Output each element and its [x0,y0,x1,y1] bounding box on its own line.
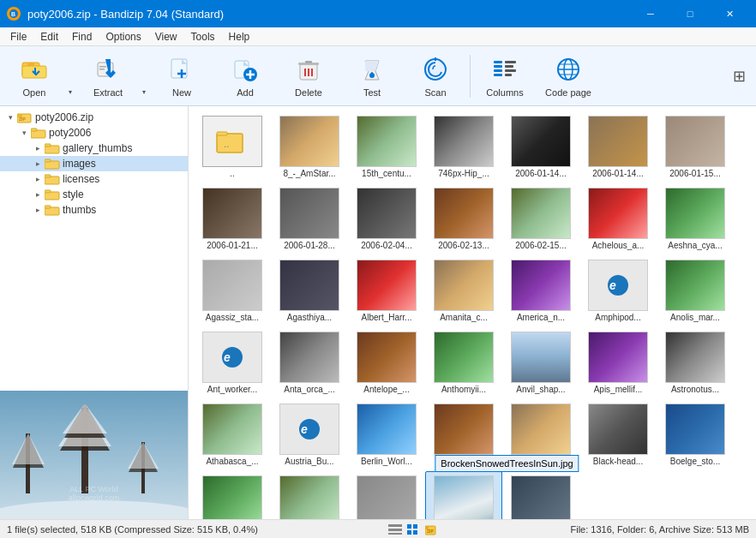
folder-icon-4 [45,173,60,185]
tree-item-licenses[interactable]: ▸ licenses [0,171,188,187]
tree-item-gallery-thumbs[interactable]: ▸ gallery_thumbs [0,140,188,156]
list-item[interactable]: Bridge_Alc... [271,471,348,519]
file-name: Albert_Harr... [362,313,412,323]
list-item[interactable]: British_Mus... [348,471,425,519]
list-item[interactable]: Albert_Harr... [348,255,425,327]
add-label: Add [237,87,254,98]
file-thumb [665,332,725,383]
list-item[interactable]: Astronotus... [657,327,734,399]
list-item[interactable]: 15th_centu... [348,111,425,183]
list-item[interactable]: Anolis_mar... [657,255,734,327]
file-name: Anta_orca_... [284,385,334,395]
minimize-button[interactable]: ─ [631,0,670,27]
list-item[interactable]: Amanita_c... [425,255,502,327]
file-item-up[interactable]: .. .. [194,111,271,183]
menu-file[interactable]: File [3,29,33,45]
tree-item-poty2006[interactable]: ▾ poty2006 [0,125,188,140]
file-name: Anolis_mar... [670,313,720,323]
filelist[interactable]: .. .. 8_-_AmStar... 15th_centu... 746px-… [189,106,756,519]
window-title: poty2006.zip - Bandizip 7.04 (Standard) [27,8,224,21]
file-item-brocken[interactable]: BrockenSnowedTreesInSun.jpg BrockenSnowe… [425,471,502,519]
menu-tools[interactable]: Tools [184,29,222,45]
file-name: Anthomyii... [441,385,486,395]
file-thumb [202,260,262,311]
menu-edit[interactable]: Edit [33,29,65,45]
view-toggle-button[interactable]: ⊞ [733,67,753,86]
list-item[interactable]: Agassiz_sta... [194,255,271,327]
tree-item-style[interactable]: ▸ style [0,187,188,202]
tree-item-zip[interactable]: ▾ ZIP poty2006.zip [0,110,188,125]
list-item[interactable]: Anvil_shap... [502,327,579,399]
maximize-button[interactable]: □ [670,0,710,27]
list-item[interactable]: 2006-02-13... [425,183,502,255]
window-controls: ─ □ ✕ [631,0,749,27]
svg-text:e: e [301,422,308,436]
list-item[interactable]: Bill_Thom... [425,399,502,471]
columns-button[interactable]: Columns [474,50,536,103]
add-button[interactable]: Add [214,50,276,103]
open-button[interactable]: Open [3,50,65,103]
file-name: 2006-01-21... [207,241,258,251]
detail-view-icon[interactable] [406,523,422,535]
menu-view[interactable]: View [148,29,184,45]
tree-item-thumbs[interactable]: ▸ thumbs [0,202,188,218]
list-item[interactable]: 8_-_AmStar... [271,111,348,183]
file-thumb [357,404,417,455]
menu-help[interactable]: Help [222,29,257,45]
svg-rect-31 [505,69,516,72]
list-item[interactable]: Achelous_a... [579,183,657,255]
folder-icon-2 [45,142,60,154]
new-label: New [172,87,191,98]
list-item[interactable]: 2006-01-21... [194,183,271,255]
new-button[interactable]: New [151,50,213,103]
list-item[interactable]: Bismuth_cr... [502,399,579,471]
list-item[interactable]: Anthomyii... [425,327,502,399]
codepage-button[interactable]: Code page [537,50,599,103]
file-name: Amphipod... [595,313,640,323]
list-item[interactable]: Apis_mellif... [579,327,657,399]
delete-button[interactable]: Delete [278,50,339,103]
list-item[interactable]: e Amphipod... [579,255,657,327]
list-item[interactable]: e Ant_worker... [194,327,271,399]
list-item[interactable]: e Austria_Bu... [271,399,348,471]
folder-icon [31,127,46,139]
list-item[interactable]: Athabasca_... [194,399,271,471]
list-item[interactable]: Berlin_Worl... [348,399,425,471]
list-view-icon[interactable] [387,523,403,535]
list-item[interactable]: Antelope_... [348,327,425,399]
file-name: Apis_mellif... [594,385,643,395]
menu-find[interactable]: Find [65,29,99,45]
list-item[interactable]: Brooklyn_B... [502,471,579,519]
scan-label: Scan [424,87,446,98]
file-thumb-up: .. [202,116,262,167]
list-item[interactable]: Brazilian_N... [194,471,271,519]
list-item[interactable]: 2006-01-14... [579,111,657,183]
list-item[interactable]: 2006-02-04... [348,183,425,255]
file-thumb [357,260,417,311]
list-item[interactable]: 2006-01-15... [657,111,734,183]
list-item[interactable]: Anta_orca_... [271,327,348,399]
list-item[interactable]: 2006-01-28... [271,183,348,255]
list-item[interactable]: Boelge_sto... [657,399,734,471]
list-item[interactable]: Black-head... [579,399,657,471]
titlebar-left: B poty2006.zip - Bandizip 7.04 (Standard… [7,7,224,21]
list-item[interactable]: Aeshna_cya... [657,183,734,255]
file-name: Bismuth_cr... [516,457,566,467]
list-item[interactable]: America_n... [502,255,579,327]
sidebar: ▾ ZIP poty2006.zip ▾ poty2006 ▸ [0,106,189,519]
list-item[interactable]: 2006-02-15... [502,183,579,255]
list-item[interactable]: 746px-Hip_... [425,111,502,183]
tree-item-images[interactable]: ▸ images [0,156,188,171]
close-button[interactable]: ✕ [710,0,749,27]
open-dropdown-arrow[interactable]: ▾ [65,50,75,103]
list-item[interactable]: 2006-01-14... [502,111,579,183]
scan-button[interactable]: Scan [405,50,466,103]
test-button[interactable]: Test [341,50,403,103]
file-name: Achelous_a... [592,241,645,251]
file-thumb [279,260,339,311]
extract-dropdown-arrow[interactable]: ▾ [139,50,149,103]
list-item[interactable]: Agasthiya... [271,255,348,327]
menu-options[interactable]: Options [99,29,147,45]
extract-button[interactable]: Extract [77,50,139,103]
file-name: Agassiz_sta... [206,313,259,323]
